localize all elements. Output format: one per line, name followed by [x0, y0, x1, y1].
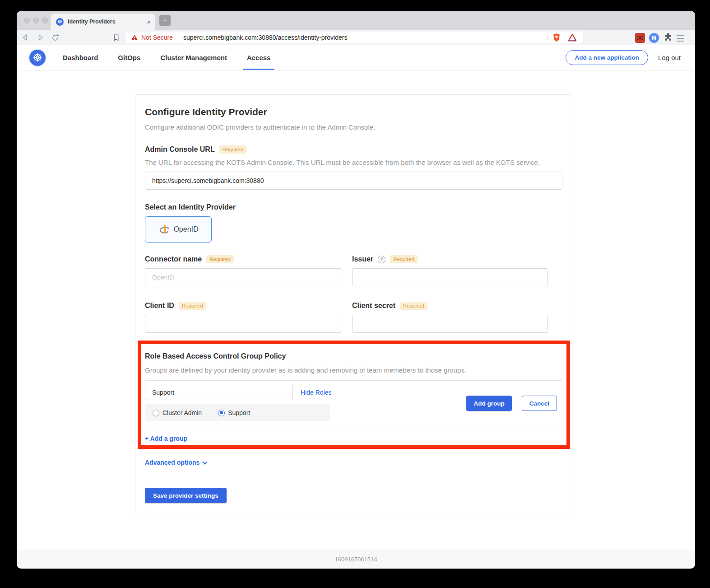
back-icon[interactable]: [20, 32, 31, 43]
kubernetes-favicon-icon: ☸: [56, 18, 64, 26]
required-badge: Required: [390, 255, 418, 263]
bookmark-icon[interactable]: [111, 32, 121, 43]
client-id-label: Client ID: [145, 302, 174, 310]
add-new-application-button[interactable]: Add a new application: [566, 50, 648, 65]
configure-identity-provider-card: Configure Identity Provider Configure ad…: [135, 94, 572, 515]
hide-roles-link[interactable]: Hide Roles: [301, 389, 331, 396]
rbac-title: Role Based Access Control Group Policy: [145, 352, 562, 360]
client-id-input[interactable]: [145, 315, 342, 333]
tab-close-icon[interactable]: ×: [147, 19, 151, 25]
nav-item-cluster-management[interactable]: Cluster Management: [160, 45, 227, 70]
browser-menu-icon[interactable]: [677, 34, 684, 42]
openid-logo-icon: [158, 224, 170, 235]
issuer-input[interactable]: [352, 268, 548, 286]
extension-toolbar: M: [635, 32, 684, 43]
page-subtitle: Configure additional ODIC providers to a…: [145, 123, 562, 131]
client-secret-input[interactable]: [352, 315, 548, 333]
chevron-down-icon[interactable]: [203, 459, 208, 464]
minimize-window-button[interactable]: [33, 18, 39, 23]
main-content: Configure Identity Provider Configure ad…: [17, 70, 695, 550]
required-badge: Required: [400, 302, 427, 310]
page-title: Configure Identity Provider: [145, 107, 562, 117]
connector-name-input[interactable]: [145, 268, 342, 286]
connector-name-label: Connector name: [145, 255, 202, 263]
warning-triangle-icon: [131, 34, 138, 41]
tab-strip: ☸ Identity Providers × +: [17, 11, 695, 30]
role-label: Cluster Admin: [162, 409, 202, 416]
admin-console-url-help: The URL for accessing the KOTS Admin Con…: [145, 159, 562, 166]
client-secret-label: Client secret: [352, 302, 395, 310]
help-question-icon[interactable]: ?: [378, 256, 385, 263]
brave-shield-icon[interactable]: [552, 33, 561, 42]
close-window-button[interactable]: [24, 18, 30, 23]
radio-icon[interactable]: [218, 410, 225, 416]
reload-icon[interactable]: [50, 32, 60, 43]
browser-window: ☸ Identity Providers × + Not Secure supe…: [17, 11, 695, 569]
save-provider-settings-button[interactable]: Save provider settings: [145, 488, 227, 503]
nav-item-access[interactable]: Access: [247, 45, 271, 70]
role-radio-support[interactable]: Support: [218, 409, 250, 416]
roles-box: Cluster Admin Support: [145, 404, 330, 421]
footer-bar: 1609167061514: [17, 550, 695, 569]
security-warning-label: Not Secure: [141, 34, 173, 41]
issuer-label: Issuer: [352, 255, 373, 263]
openid-provider-name: OpenID: [173, 225, 198, 233]
admin-console-url-label: Admin Console URL: [145, 145, 215, 154]
window-controls[interactable]: [24, 18, 48, 23]
nav-menu: Dashboard GitOps Cluster Management Acce…: [63, 45, 270, 70]
group-editor-row: Hide Roles Cluster Admin Support A: [145, 385, 562, 421]
brave-rewards-icon[interactable]: [568, 33, 577, 42]
required-badge: Required: [206, 255, 234, 263]
url-text[interactable]: superci.somebigbank.com:30880/access/ide…: [183, 34, 542, 41]
profile-avatar[interactable]: M: [649, 33, 659, 43]
nav-item-gitops[interactable]: GitOps: [118, 45, 140, 70]
advanced-options-link[interactable]: Advanced options: [145, 459, 200, 466]
admin-console-url-input[interactable]: [145, 172, 562, 190]
forward-icon[interactable]: [35, 32, 46, 43]
kubernetes-logo-icon[interactable]: ☸: [29, 50, 46, 66]
required-badge: Required: [179, 302, 206, 310]
browser-tab[interactable]: ☸ Identity Providers ×: [51, 14, 155, 30]
select-identity-provider-label: Select an Identity Provider: [145, 203, 236, 211]
radio-icon[interactable]: [153, 410, 159, 416]
address-bar[interactable]: Not Secure superci.somebigbank.com:30880…: [125, 32, 583, 43]
footer-timestamp: 1609167061514: [335, 556, 377, 563]
add-group-button[interactable]: Add group: [466, 396, 511, 411]
logout-link[interactable]: Log out: [658, 54, 681, 61]
divider: [145, 380, 562, 381]
extensions-puzzle-icon[interactable]: [663, 32, 673, 43]
cancel-button[interactable]: Cancel: [522, 396, 557, 411]
divider: [178, 34, 178, 41]
role-label: Support: [228, 409, 250, 416]
divider: [145, 428, 562, 428]
tab-title: Identity Providers: [68, 19, 147, 25]
extension-icon[interactable]: [635, 33, 645, 43]
new-tab-button[interactable]: +: [159, 15, 171, 26]
nav-item-dashboard[interactable]: Dashboard: [63, 45, 98, 70]
required-badge: Required: [219, 145, 247, 154]
openid-provider-tile[interactable]: OpenID: [145, 216, 212, 243]
rbac-section: Role Based Access Control Group Policy G…: [145, 352, 562, 443]
group-name-input[interactable]: [145, 385, 293, 400]
divider: [547, 34, 548, 41]
add-a-group-link[interactable]: + Add a group: [145, 435, 187, 442]
browser-toolbar: Not Secure superci.somebigbank.com:30880…: [17, 30, 695, 45]
rbac-description: Groups are defined by your identity prov…: [145, 366, 562, 374]
role-radio-cluster-admin[interactable]: Cluster Admin: [153, 409, 202, 416]
app-navbar: ☸ Dashboard GitOps Cluster Management Ac…: [17, 45, 695, 70]
zoom-window-button[interactable]: [42, 18, 48, 23]
